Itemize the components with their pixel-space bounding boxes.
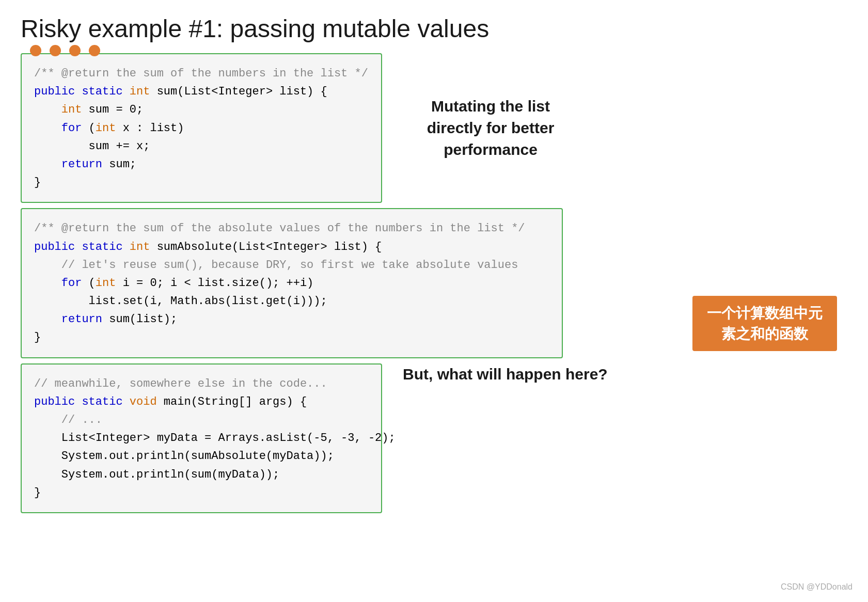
watermark: CSDN @YDDonald <box>781 582 853 592</box>
annotation-1: Mutating the list directly for better pe… <box>403 96 578 161</box>
section-2: /** @return the sum of the absolute valu… <box>21 208 847 358</box>
code-text-3: // meanwhile, somewhere else in the code… <box>34 375 369 502</box>
dot-3 <box>69 45 81 56</box>
annotation-1-text: Mutating the list directly for better pe… <box>427 98 555 158</box>
orange-annotation: 一个计算数组中元素之和的函数 <box>692 296 837 351</box>
annotation-2: But, what will happen here? <box>403 363 608 385</box>
section-1: /** @return the sum of the numbers in th… <box>21 53 847 203</box>
window-dots <box>30 45 100 56</box>
content-area: /** @return the sum of the numbers in th… <box>0 53 868 513</box>
code-text-2: /** @return the sum of the absolute valu… <box>34 219 549 346</box>
section-3: // meanwhile, somewhere else in the code… <box>21 363 847 513</box>
code-block-1: /** @return the sum of the numbers in th… <box>21 53 382 203</box>
dot-2 <box>50 45 61 56</box>
annotation-2-text: But, what will happen here? <box>403 366 608 383</box>
dot-4 <box>89 45 100 56</box>
code-block-3: // meanwhile, somewhere else in the code… <box>21 363 382 513</box>
dot-1 <box>30 45 41 56</box>
code-text-1: /** @return the sum of the numbers in th… <box>34 65 369 192</box>
page-title: Risky example #1: passing mutable values <box>0 0 868 53</box>
code-block-2: /** @return the sum of the absolute valu… <box>21 208 563 358</box>
